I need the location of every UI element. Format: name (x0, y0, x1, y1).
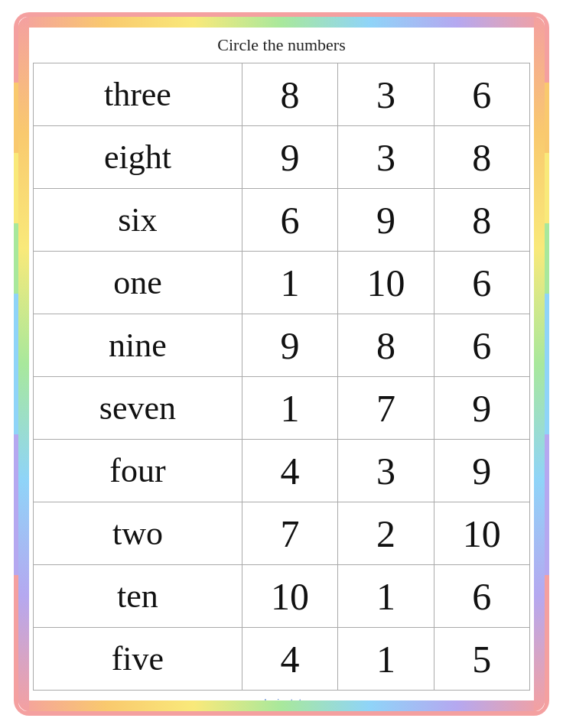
number-cell: 10 (338, 252, 434, 314)
number-cell: 6 (434, 565, 529, 628)
number-cell: 10 (242, 565, 337, 628)
border-right (534, 17, 545, 711)
number-cell: 5 (434, 628, 529, 691)
border-top (18, 17, 545, 28)
table-row: six698 (34, 189, 530, 252)
number-cell: 8 (434, 189, 529, 252)
table-row: one1106 (34, 252, 530, 314)
number-cell: 1 (338, 565, 434, 628)
number-cell: 7 (242, 502, 337, 565)
table-row: two7210 (34, 502, 530, 565)
word-cell: five (34, 628, 242, 691)
number-cell: 3 (338, 126, 434, 189)
number-cell: 6 (434, 63, 529, 126)
word-cell: two (34, 502, 242, 565)
number-cell: 8 (242, 63, 337, 126)
word-cell: seven (34, 377, 242, 440)
number-cell: 9 (434, 377, 529, 440)
number-cell: 9 (242, 314, 337, 377)
number-cell: 6 (434, 252, 529, 314)
number-cell: 3 (338, 63, 434, 126)
number-cell: 4 (242, 440, 337, 502)
number-cell: 1 (338, 628, 434, 691)
word-cell: ten (34, 565, 242, 628)
number-cell: 6 (242, 189, 337, 252)
number-cell: 4 (242, 628, 337, 691)
number-cell: 6 (434, 314, 529, 377)
number-cell: 8 (338, 314, 434, 377)
number-cell: 7 (338, 377, 434, 440)
border-bottom (18, 700, 545, 711)
word-cell: three (34, 63, 242, 126)
number-cell: 8 (434, 126, 529, 189)
table-row: seven179 (34, 377, 530, 440)
table-row: three836 (34, 63, 530, 126)
word-cell: six (34, 189, 242, 252)
table-row: five415 (34, 628, 530, 691)
word-cell: one (34, 252, 242, 314)
number-cell: 2 (338, 502, 434, 565)
table-row: ten1016 (34, 565, 530, 628)
number-cell: 9 (434, 440, 529, 502)
word-cell: eight (34, 126, 242, 189)
page: Circle the numbers three836eight938six69… (14, 12, 549, 716)
number-cell: 1 (242, 377, 337, 440)
number-cell: 9 (242, 126, 337, 189)
word-cell: four (34, 440, 242, 502)
number-cell: 3 (338, 440, 434, 502)
table-row: eight938 (34, 126, 530, 189)
worksheet-table: three836eight938six698one1106nine986seve… (33, 63, 530, 691)
table-row: four439 (34, 440, 530, 502)
border-left (18, 17, 29, 711)
number-cell: 1 (242, 252, 337, 314)
table-row: nine986 (34, 314, 530, 377)
number-cell: 9 (338, 189, 434, 252)
word-cell: nine (34, 314, 242, 377)
number-cell: 10 (434, 502, 529, 565)
page-title: Circle the numbers (217, 35, 345, 55)
